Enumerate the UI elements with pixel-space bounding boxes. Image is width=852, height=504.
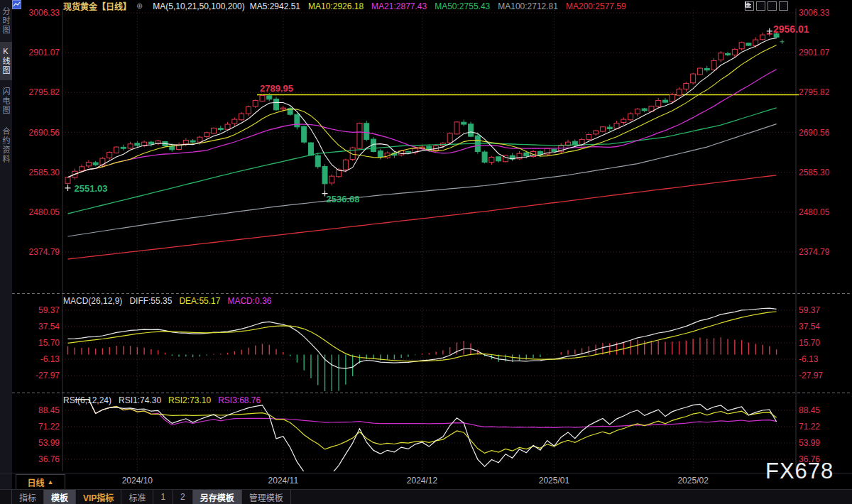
ma-params-label: MA(5,10,21,50,100,200) <box>153 1 244 11</box>
macd-axis-label: -27.97 <box>799 371 841 380</box>
macd-axis-label: -6.13 <box>20 354 60 364</box>
macd-axis-label: 15.70 <box>799 338 841 348</box>
crash-low-label: 2536.68 <box>327 194 360 204</box>
chart-tools <box>745 1 788 11</box>
recent-high-label: 2956.01 <box>773 23 809 35</box>
price-axis-label: 2690.56 <box>799 128 841 138</box>
macd-value: MACD:0.36 <box>227 296 271 306</box>
rsi-axis-label: 71.22 <box>799 422 841 432</box>
header: 现货黄金【日线】 ⊕ MA(5,10,21,50,100,200) MA5:29… <box>12 0 852 12</box>
rsi-axis-label: 53.99 <box>799 438 841 448</box>
price-axis-label: 2690.56 <box>20 128 60 138</box>
price-axis-label: 2901.07 <box>20 48 60 57</box>
macd-axis-label: 59.37 <box>20 305 60 315</box>
bottom-toolbar: 指标模板VIP指标标准12另存模板管理模板 <box>0 489 852 504</box>
price-axis-label: 2374.79 <box>799 247 841 257</box>
price-axis-label: 2480.05 <box>20 207 60 217</box>
chart-type-rail: 分时图K线图闪电图合约资料 <box>0 0 12 489</box>
rsi-header: RSI(6,12,24)RSI1:74.30RSI2:73.10RSI3:68.… <box>63 395 268 406</box>
toolbar-tab-save-template[interactable]: 另存模板 <box>193 490 242 504</box>
macd-title: MACD(26,12,9) <box>63 296 122 306</box>
sidebar-tab-time-chart[interactable]: 分时图 <box>0 2 12 40</box>
rsi-title: RSI(6,12,24) <box>63 395 111 405</box>
rsi-axis-label: 88.45 <box>799 405 841 415</box>
toolbar-tab-vip-indicators[interactable]: VIP指标 <box>76 490 121 504</box>
swing-low-label: 2551.03 <box>75 183 108 194</box>
ma-values-row: MA5:2942.51MA10:2926.18MA21:2877.43MA50:… <box>250 1 626 11</box>
month-label: 2024/10 <box>112 476 162 486</box>
price-chart-canvas[interactable]: 2789.952551.032536.682956.01 <box>0 0 852 490</box>
instrument-title[interactable]: 现货黄金【日线】 <box>63 0 131 12</box>
macd-axis-label: -27.97 <box>20 371 60 380</box>
month-label: 2024/12 <box>398 476 447 486</box>
toolbar-tab-manage-template[interactable]: 管理模板 <box>242 490 291 504</box>
toolbar-tab-standard[interactable]: 标准 <box>121 490 153 504</box>
month-label: 2024/11 <box>258 476 308 486</box>
rsi1-value: RSI1:74.30 <box>119 395 161 405</box>
ma-value-5: MA200:2577.59 <box>566 1 626 11</box>
price-axis-label: 2480.05 <box>799 207 841 217</box>
settings-circle-icon[interactable]: ⊕ <box>136 2 143 10</box>
toolbar-tab-indicators[interactable]: 指标 <box>11 490 44 504</box>
ma-value-3: MA50:2755.43 <box>435 1 490 11</box>
x-axis-strip: 日线 ▲ 2024/102024/112024/122025/012025/02 <box>0 473 852 490</box>
period-selector[interactable]: 日线 ▲ <box>16 474 65 490</box>
sidebar-tab-contract-info[interactable]: 合约资料 <box>0 122 12 169</box>
macd-axis-label: 15.70 <box>20 338 60 348</box>
macd-dea-value: DEA:55.17 <box>179 296 220 306</box>
ma-value-1: MA10:2926.18 <box>308 1 364 11</box>
rsi-axis-label: 53.99 <box>20 438 60 448</box>
scale-y-axis-icon[interactable] <box>756 1 765 11</box>
scale-x-axis-icon[interactable] <box>768 1 777 11</box>
month-label: 2025/02 <box>668 476 718 486</box>
toolbar-tab-1[interactable]: 1 <box>153 490 173 504</box>
macd-axis-label: 37.54 <box>799 322 841 332</box>
rsi-axis-label: 88.45 <box>20 405 60 415</box>
price-axis-label: 2795.82 <box>799 87 841 97</box>
toolbar-tab-2[interactable]: 2 <box>173 490 193 504</box>
rsi2-value: RSI2:73.10 <box>168 395 211 405</box>
price-axis-label: 2585.30 <box>799 168 841 177</box>
resistance-price-label: 2789.95 <box>260 83 293 94</box>
fx678-watermark: FX678 <box>765 459 834 484</box>
macd-diff-value: DIFF:55.35 <box>129 296 172 306</box>
macd-header: MACD(26,12,9)DIFF:55.35DEA:55.17MACD:0.3… <box>63 296 278 307</box>
sidebar-tab-lightning-chart[interactable]: 闪电图 <box>0 82 12 120</box>
sidebar-tab-kline-chart[interactable]: K线图 <box>0 42 12 80</box>
price-axis-label: 2901.07 <box>799 48 841 57</box>
macd-axis-label: 37.54 <box>20 322 60 332</box>
price-axis-label: 2585.30 <box>20 168 60 177</box>
macd-axis-label: 59.37 <box>799 305 841 315</box>
period-arrow-icon: ▲ <box>48 478 54 486</box>
price-axis-label: 2374.79 <box>20 247 60 257</box>
rsi-axis-label: 71.22 <box>20 422 60 432</box>
macd-axis-label: -6.13 <box>799 354 841 364</box>
rsi-axis-label: 36.76 <box>20 454 60 464</box>
month-label: 2025/01 <box>529 476 579 486</box>
price-axis-label: 2795.82 <box>20 87 60 97</box>
toolbar-tab-template[interactable]: 模板 <box>44 490 76 504</box>
ma-value-0: MA5:2942.51 <box>250 1 300 11</box>
ma-value-4: MA100:2712.81 <box>498 1 558 11</box>
pan-right-icon[interactable] <box>779 1 788 11</box>
ma-value-2: MA21:2877.43 <box>371 1 427 11</box>
chart-app: 2789.952551.032536.682956.01 分时图K线图闪电图合约… <box>0 0 852 504</box>
rsi3-value: RSI3:68.76 <box>218 395 261 405</box>
period-label: 日线 <box>28 476 45 488</box>
